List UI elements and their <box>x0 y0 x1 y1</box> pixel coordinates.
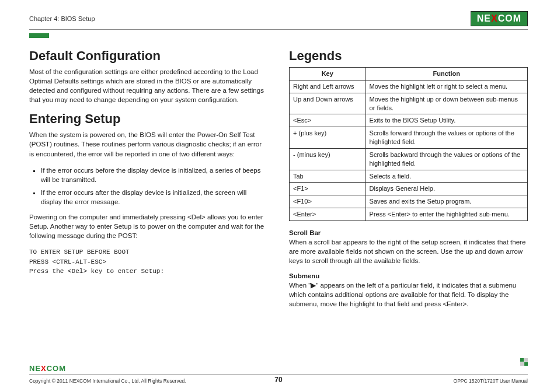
table-row: + (plus key)Scrolls forward through the … <box>290 127 528 149</box>
table-row: <Enter>Press <Enter> to enter the highli… <box>290 208 528 221</box>
legends-table: Key Function Right and Left arrowsMoves … <box>289 67 528 221</box>
table-row: <F1>Displays General Help. <box>290 183 528 195</box>
square-icon <box>524 362 528 366</box>
heading-legends: Legends <box>289 48 528 64</box>
page-number: 70 <box>261 376 296 384</box>
paragraph-scrollbar: When a scroll bar appears to the right o… <box>289 237 528 265</box>
paragraph-post: When the system is powered on, the BIOS … <box>29 130 268 158</box>
square-icon <box>520 358 524 362</box>
document-id: OPPC 1520T/1720T User Manual <box>296 378 528 384</box>
table-header-row: Key Function <box>290 68 528 80</box>
table-row: Up and Down arrowsMoves the highlight up… <box>290 93 528 114</box>
paragraph-default-config: Most of the configuration settings are e… <box>29 67 268 104</box>
brand-logo-bottom: NEXCOM <box>29 364 528 373</box>
list-item: If the error occurs before the display d… <box>41 166 268 184</box>
footer-ornament <box>520 358 528 366</box>
copyright-text: Copyright © 2011 NEXCOM International Co… <box>29 378 261 384</box>
paragraph-submenu: When "▶" appears on the left of a partic… <box>289 281 528 309</box>
right-column: Legends Key Function Right and Left arro… <box>289 48 528 316</box>
th-key: Key <box>290 68 366 80</box>
heading-default-config: Default Configuration <box>29 48 268 64</box>
subheading-scrollbar: Scroll Bar <box>289 229 528 236</box>
footer-line: Copyright © 2011 NEXCOM International Co… <box>29 374 528 384</box>
paragraph-enter-setup: Powering on the computer and immediately… <box>29 212 268 240</box>
table-row: <F10>Saves and exits the Setup program. <box>290 195 528 208</box>
page-footer: NEXCOM Copyright © 2011 NEXCOM Internati… <box>29 364 528 384</box>
list-item: If the error occurs after the display de… <box>41 188 268 206</box>
brand-logo-top: NEXCOM <box>471 11 528 26</box>
code-block: TO ENTER SETUP BEFORE BOOT PRESS <CTRL-A… <box>29 247 268 276</box>
accent-bar <box>29 33 49 38</box>
square-icon <box>520 362 524 366</box>
page-header: Chapter 4: BIOS Setup NEXCOM <box>29 10 528 27</box>
header-rule <box>29 29 528 30</box>
error-list: If the error occurs before the display d… <box>41 166 268 206</box>
table-row: TabSelects a field. <box>290 170 528 183</box>
content-columns: Default Configuration Most of the config… <box>29 48 528 316</box>
table-row: - (minus key)Scrolls backward through th… <box>290 148 528 170</box>
subheading-submenu: Submenu <box>289 272 528 279</box>
left-column: Default Configuration Most of the config… <box>29 48 268 316</box>
chapter-label: Chapter 4: BIOS Setup <box>29 15 95 22</box>
th-function: Function <box>365 68 527 80</box>
table-row: <Esc>Exits to the BIOS Setup Utility. <box>290 114 528 127</box>
table-row: Right and Left arrowsMoves the highlight… <box>290 80 528 93</box>
square-icon <box>524 358 528 362</box>
heading-entering-setup: Entering Setup <box>29 111 268 127</box>
